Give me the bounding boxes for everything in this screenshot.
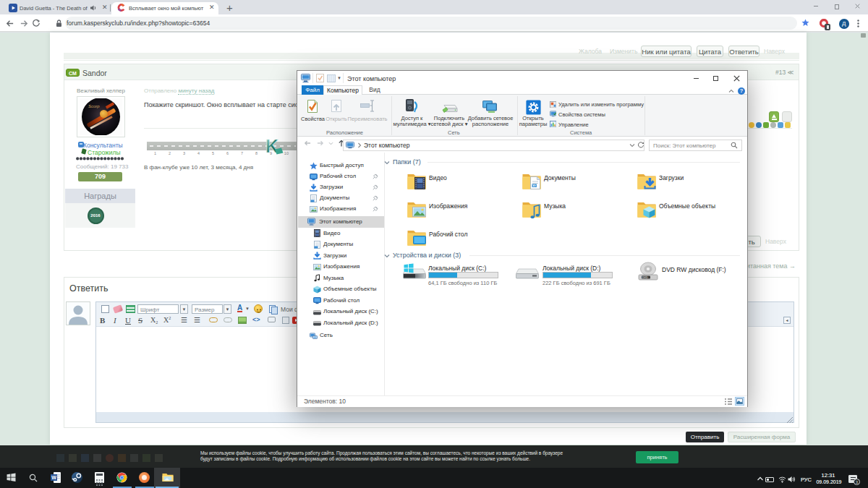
svg-text:DVD: DVD — [642, 276, 648, 279]
